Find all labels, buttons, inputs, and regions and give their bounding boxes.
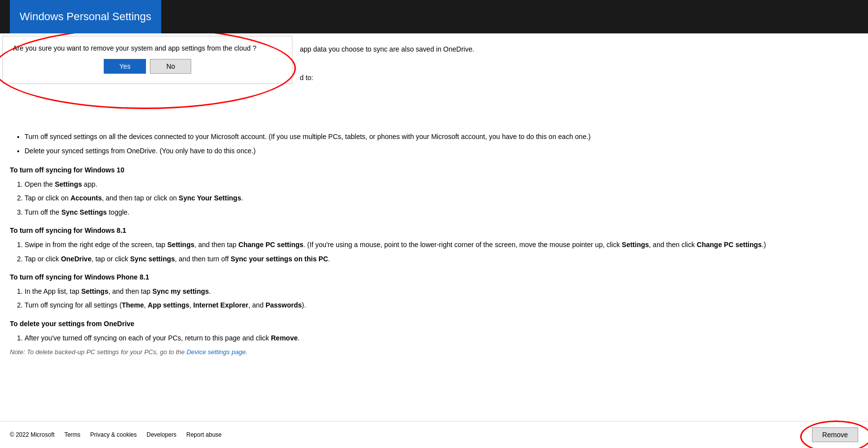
page-content: Turn off synced settings on all the devi… (0, 132, 868, 356)
step-win10-3: Turn off the Sync Settings toggle. (25, 207, 858, 218)
need-to-text: d to: (300, 74, 858, 82)
note-text: Note: To delete backed-up PC settings fo… (10, 348, 858, 356)
app-title: Windows Personal Settings (10, 0, 161, 33)
yes-button[interactable]: Yes (104, 59, 146, 74)
steps-winphone: In the App list, tap Settings, and then … (25, 286, 858, 311)
remove-button-container: Remove (812, 427, 858, 442)
steps-win81: Swipe in from the right edge of the scre… (25, 239, 858, 264)
remove-button[interactable]: Remove (812, 427, 858, 442)
report-abuse-link[interactable]: Report abuse (186, 431, 222, 438)
terms-link[interactable]: Terms (64, 431, 81, 438)
bullet-1: Turn off synced settings on all the devi… (25, 132, 858, 142)
intro-bullets: Turn off synced settings on all the devi… (25, 132, 858, 156)
confirm-question: Are you sure you want to remove your sys… (13, 44, 282, 52)
step-win81-2: Tap or click OneDrive, tap or click Sync… (25, 253, 858, 264)
step-winphone-1: In the App list, tap Settings, and then … (25, 286, 858, 297)
footer: © 2022 Microsoft Terms Privacy & cookies… (0, 421, 868, 448)
confirm-buttons: Yes No (13, 59, 282, 74)
section-heading-onedrive: To delete your settings from OneDrive (10, 320, 858, 328)
copyright: © 2022 Microsoft (10, 431, 55, 438)
header: Windows Personal Settings (0, 0, 868, 33)
no-button[interactable]: No (150, 59, 191, 74)
step-onedrive-1: After you've turned off syncing on each … (25, 333, 858, 343)
confirm-dialog: Are you sure you want to remove your sys… (2, 36, 292, 84)
privacy-link[interactable]: Privacy & cookies (90, 431, 137, 438)
step-winphone-2: Turn off syncing for all settings (Theme… (25, 300, 858, 310)
main-area: Are you sure you want to remove your sys… (0, 33, 868, 421)
developers-link[interactable]: Developers (146, 431, 176, 438)
section-heading-win81: To turn off syncing for Windows 8.1 (10, 226, 858, 234)
steps-win10: Open the Settings app. Tap or click on A… (25, 179, 858, 218)
bullet-2: Delete your synced settings from OneDriv… (25, 146, 858, 156)
step-win10-1: Open the Settings app. (25, 179, 858, 190)
onedrive-note: app data you choose to sync are also sav… (300, 45, 858, 53)
section-heading-winphone: To turn off syncing for Windows Phone 8.… (10, 273, 858, 281)
section-heading-win10: To turn off syncing for Windows 10 (10, 166, 858, 174)
step-win10-2: Tap or click on Accounts, and then tap o… (25, 193, 858, 203)
footer-left: © 2022 Microsoft Terms Privacy & cookies… (10, 431, 222, 438)
step-win81-1: Swipe in from the right edge of the scre… (25, 239, 858, 250)
device-settings-link[interactable]: Device settings page (186, 348, 246, 356)
steps-onedrive: After you've turned off syncing on each … (25, 333, 858, 343)
